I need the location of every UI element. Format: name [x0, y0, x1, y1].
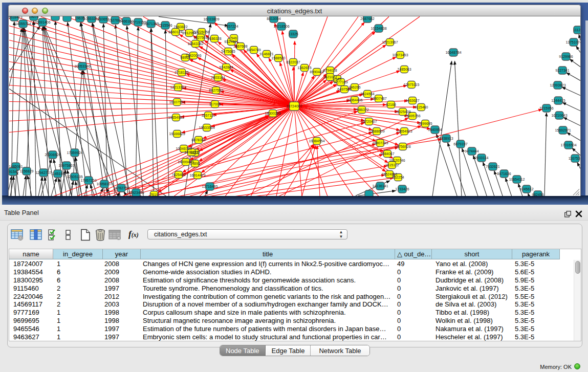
svg-text:1640954: 1640954: [428, 128, 442, 132]
svg-text:10807487: 10807487: [371, 97, 386, 100]
svg-text:16033809: 16033809: [203, 17, 219, 21]
svg-text:7619: 7619: [150, 193, 158, 196]
svg-text:1485061: 1485061: [9, 165, 23, 168]
svg-text:16671355: 16671355: [143, 22, 159, 26]
svg-text:19674: 19674: [29, 16, 39, 18]
svg-text:15720407: 15720407: [361, 120, 377, 123]
svg-text:14055714: 14055714: [15, 22, 31, 26]
svg-text:8186328: 8186328: [207, 37, 221, 40]
svg-text:16914479: 16914479: [189, 173, 205, 177]
svg-text:15518473: 15518473: [9, 16, 23, 19]
svg-text:16648784: 16648784: [445, 51, 461, 54]
svg-text:7986372: 7986372: [355, 108, 368, 112]
svg-text:8938913: 8938913: [439, 137, 453, 140]
svg-text:12213363: 12213363: [170, 85, 186, 89]
svg-text:7515546: 7515546: [158, 24, 172, 27]
svg-text:19654983: 19654983: [168, 116, 184, 119]
svg-text:18300295: 18300295: [265, 112, 280, 115]
svg-text:10973493: 10973493: [392, 53, 408, 57]
svg-text:62160: 62160: [386, 103, 396, 106]
svg-text:14136141: 14136141: [372, 184, 388, 188]
svg-text:53226058: 53226058: [193, 30, 209, 34]
svg-text:12975115: 12975115: [404, 83, 420, 86]
svg-text:13716485: 13716485: [202, 185, 217, 188]
svg-text:546: 546: [231, 36, 237, 40]
svg-text:10688609: 10688609: [368, 129, 384, 133]
svg-text:2933114: 2933114: [475, 156, 489, 160]
svg-text:117006: 117006: [209, 102, 221, 106]
svg-text:9129966: 9129966: [559, 55, 573, 58]
svg-text:8878334: 8878334: [191, 138, 205, 142]
svg-text:10654112: 10654112: [509, 178, 525, 181]
svg-text:9146821: 9146821: [259, 52, 273, 56]
svg-text:1145194: 1145194: [51, 172, 65, 176]
svg-text:8813054: 8813054: [267, 17, 280, 20]
svg-text:7625402: 7625402: [171, 173, 185, 177]
svg-text:19384554: 19384554: [309, 139, 324, 143]
svg-text:16543382: 16543382: [187, 42, 203, 46]
svg-text:20053346: 20053346: [74, 64, 90, 68]
svg-text:17957253: 17957253: [80, 179, 96, 182]
svg-text:3215956: 3215956: [539, 106, 553, 110]
svg-text:12093823: 12093823: [550, 83, 565, 87]
svg-text:1244415: 1244415: [551, 99, 565, 102]
svg-text:9463627: 9463627: [405, 99, 419, 102]
svg-text:7632621: 7632621: [486, 165, 499, 168]
svg-text:19654923: 19654923: [396, 129, 412, 133]
svg-text:8454749: 8454749: [247, 48, 260, 52]
svg-text:210653: 210653: [97, 17, 109, 21]
svg-text:12505135: 12505135: [67, 175, 82, 179]
svg-text:16210643: 16210643: [551, 114, 567, 117]
svg-text:1588520: 1588520: [271, 56, 285, 60]
svg-text:20691406: 20691406: [34, 20, 50, 24]
svg-text:18724007: 18724007: [286, 104, 302, 108]
svg-text:15495756: 15495756: [404, 114, 420, 118]
svg-text:7485063: 7485063: [397, 68, 411, 71]
svg-text:10046785: 10046785: [176, 147, 191, 150]
svg-text:8427552: 8427552: [209, 89, 223, 92]
svg-text:1362615: 1362615: [297, 66, 311, 70]
svg-text:16107554: 16107554: [169, 100, 185, 104]
svg-text:7857224: 7857224: [224, 25, 238, 28]
svg-text:9327501: 9327501: [224, 40, 238, 43]
svg-text:16120746: 16120746: [389, 159, 405, 162]
svg-text:6879197: 6879197: [453, 142, 467, 146]
svg-text:19975867: 19975867: [58, 164, 74, 167]
svg-text:3267110: 3267110: [202, 114, 215, 117]
svg-text:19756928: 19756928: [395, 145, 410, 148]
svg-text:2803144: 2803144: [211, 76, 225, 79]
svg-text:20364436: 20364436: [346, 98, 362, 102]
svg-text:2718126: 2718126: [175, 71, 188, 74]
svg-text:5475685: 5475685: [221, 50, 235, 53]
svg-text:1733426: 1733426: [395, 187, 409, 191]
svg-text:8660124: 8660124: [168, 30, 182, 34]
svg-text:982456: 982456: [532, 193, 543, 196]
svg-text:1167534: 1167534: [569, 157, 580, 160]
svg-text:9245612: 9245612: [519, 187, 533, 191]
svg-text:17359924: 17359924: [67, 151, 82, 155]
svg-text:20206526: 20206526: [45, 153, 60, 157]
svg-text:9242844: 9242844: [219, 65, 233, 69]
svg-text:9327503: 9327503: [193, 36, 207, 39]
svg-text:9084067: 9084067: [380, 152, 394, 156]
svg-text:98961: 98961: [180, 56, 190, 59]
svg-text:391541: 391541: [9, 170, 19, 173]
svg-text:9777169: 9777169: [334, 80, 347, 84]
svg-text:18807249: 18807249: [372, 141, 388, 145]
svg-text:9115460: 9115460: [415, 105, 428, 109]
svg-text:9474444: 9474444: [465, 149, 478, 153]
svg-text:3824554: 3824554: [360, 92, 374, 96]
svg-text:9227341: 9227341: [555, 69, 569, 72]
svg-text:12942737: 12942737: [35, 171, 51, 174]
svg-text:7663822: 7663822: [173, 25, 187, 29]
svg-text:1615112: 1615112: [385, 163, 399, 167]
svg-text:13325: 13325: [288, 32, 298, 36]
svg-text:6899695: 6899695: [418, 122, 432, 125]
svg-text:11123: 11123: [573, 28, 580, 32]
svg-text:746266: 746266: [349, 85, 360, 89]
svg-text:13751074: 13751074: [565, 40, 580, 44]
svg-text:12213967: 12213967: [382, 40, 398, 44]
svg-text:19166825: 19166825: [169, 132, 185, 136]
svg-text:16782759: 16782759: [113, 186, 129, 190]
svg-text:8322037: 8322037: [286, 60, 300, 64]
